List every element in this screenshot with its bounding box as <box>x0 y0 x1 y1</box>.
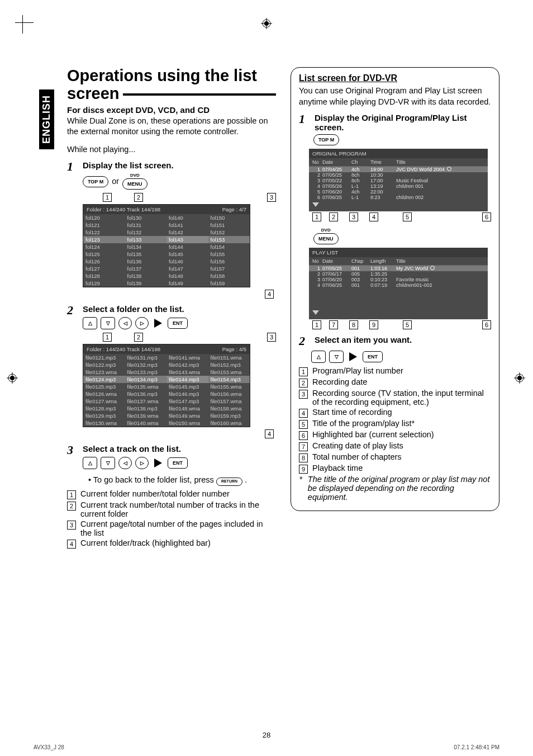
dvd-vr-panel: List screen for DVD-VR You can use Origi… <box>291 67 499 511</box>
pl-col-header: No Date Chap Length Title <box>309 257 488 266</box>
up-button[interactable]: △ <box>83 317 97 329</box>
rl-7: 7 <box>299 442 308 451</box>
note-text: The title of the original program or pla… <box>308 475 491 502</box>
registration-mark-right <box>514 372 525 384</box>
oc-2: 2 <box>329 212 338 221</box>
dvd-menu-button-r[interactable]: DVD MENU <box>313 228 339 244</box>
ent-button[interactable]: ENT <box>168 318 188 329</box>
pcol-len: Length <box>370 258 396 264</box>
down-button-2[interactable]: ▽ <box>101 457 115 469</box>
registration-mark-top <box>261 18 272 29</box>
rl-8-text: Total number of chapters <box>312 452 402 461</box>
left-button[interactable]: ◁ <box>118 317 132 329</box>
right-button[interactable]: ▷ <box>135 317 149 329</box>
rl-3-text: Recording source (TV station, the input … <box>312 389 491 407</box>
rl-1-text: Program/Play list number <box>312 366 403 375</box>
topm-button[interactable]: TOP M <box>83 176 108 187</box>
rl-5: 5 <box>299 420 308 429</box>
page-title-line2: screen <box>67 85 120 103</box>
step-number-3: 3 <box>67 444 77 456</box>
left-button-2[interactable]: ◁ <box>118 457 132 469</box>
callout-2b: 2 <box>134 333 143 342</box>
legend-4-box: 4 <box>67 540 76 549</box>
playlist-screen: PLAY LIST No Date Chap Length Title 107/… <box>309 248 488 319</box>
orig-header: ORIGINAL PROGRAM <box>309 149 488 158</box>
page-title-line1: Operations using the list <box>67 67 257 84</box>
arrow-icon <box>154 319 162 328</box>
callout-4b: 4 <box>265 429 274 438</box>
right-legend: 1Program/Play list number 2Recording dat… <box>299 366 491 502</box>
registration-mark-left <box>7 372 18 384</box>
return-button[interactable]: RETURN <box>216 478 242 486</box>
intro-text-2: While not playing... <box>67 144 276 155</box>
legend-3-box: 3 <box>67 521 76 530</box>
pc-1: 1 <box>312 320 321 329</box>
up-button-r[interactable]: △ <box>311 351 326 363</box>
col-time: Time <box>370 159 396 165</box>
intro-text-1: While Dual Zone is on, these operations … <box>67 116 276 138</box>
rl-4: 4 <box>299 409 308 418</box>
rstep2-title: Select an item you want. <box>315 335 412 344</box>
page-number: 28 <box>263 731 270 739</box>
ent-button-r[interactable]: ENT <box>363 351 383 362</box>
left-column: Operations using the list screen For dis… <box>67 67 276 550</box>
folder-list-screen: Folder : 144/240 Track 144/198Page : 4/7… <box>83 204 250 287</box>
pc-9: 9 <box>369 320 378 329</box>
callout-3: 3 <box>267 193 276 202</box>
pc-5: 5 <box>403 320 412 329</box>
up-button-2[interactable]: △ <box>83 457 97 469</box>
original-program-screen: ORIGINAL PROGRAM No Date Ch Time Title 1… <box>309 149 488 211</box>
down-button-r[interactable]: ▽ <box>329 351 344 363</box>
file-list-screen: Folder : 144/240 Track 144/198Page : 4/5… <box>83 344 250 427</box>
callout-3b: 3 <box>267 333 276 342</box>
ent-button-2[interactable]: ENT <box>168 457 188 469</box>
rl-8: 8 <box>299 453 308 462</box>
legend-3-text: Current page/total number of the pages i… <box>80 519 276 537</box>
rl-4-text: Start time of recording <box>312 408 392 417</box>
col-title: Title <box>396 159 484 165</box>
rstep-number-2: 2 <box>299 335 309 347</box>
screen2-header-left: Folder : 144/240 Track 144/198 <box>87 346 160 352</box>
col-date: Date <box>322 159 351 165</box>
rl-2: 2 <box>299 379 308 388</box>
pcol-no: No <box>312 258 322 264</box>
legend-1-box: 1 <box>67 490 76 499</box>
title-rule <box>123 93 276 96</box>
return-bullet-text: To go back to the folder list, press <box>93 475 214 484</box>
rstep1-title: Display the Original Program/Play List s… <box>315 113 491 132</box>
rl-5-text: Title of the program/play list* <box>312 419 415 428</box>
right-column: List screen for DVD-VR You can use Origi… <box>291 67 499 550</box>
callout-2: 2 <box>134 193 143 202</box>
rl-7-text: Creating date of play lists <box>312 441 403 450</box>
footer: AVX33_J 28 07.2.1 2:48:41 PM <box>34 744 499 750</box>
col-ch: Ch <box>351 159 370 165</box>
subheading-discs: For discs except DVD, VCD, and CD <box>67 105 276 115</box>
oc-4: 4 <box>369 212 378 221</box>
panel-title: List screen for DVD-VR <box>299 73 491 83</box>
or-label: or <box>112 176 119 187</box>
orig-col-header: No Date Ch Time Title <box>309 158 488 167</box>
rl-9: 9 <box>299 465 308 474</box>
callout-1b: 1 <box>103 333 112 342</box>
rl-2-text: Recording date <box>312 377 367 386</box>
arrow-icon-r <box>349 352 357 361</box>
menu-button-label: MENU <box>122 178 147 190</box>
step2-title: Select a folder on the list. <box>83 304 276 314</box>
topm-button-r[interactable]: TOP M <box>313 134 339 145</box>
dvd-menu-button[interactable]: DVD MENU <box>122 173 147 190</box>
callout-1: 1 <box>103 193 112 202</box>
down-button[interactable]: ▽ <box>101 317 115 329</box>
pcol-title: Title <box>396 258 484 264</box>
step3-title: Select a track on the list. <box>83 444 276 453</box>
right-button-2[interactable]: ▷ <box>135 457 149 469</box>
rl-9-text: Playback time <box>312 464 363 472</box>
page-title: Operations using the list screen <box>67 67 276 103</box>
arrow-icon-2 <box>154 459 162 467</box>
dvd-label-r: DVD <box>321 228 331 233</box>
step-number-2: 2 <box>67 304 77 316</box>
oc-3: 3 <box>349 212 358 221</box>
pcol-chap: Chap <box>351 258 370 264</box>
dvd-label: DVD <box>130 173 140 178</box>
footer-left: AVX33_J 28 <box>34 744 64 750</box>
scroll-down-icon <box>312 202 319 207</box>
